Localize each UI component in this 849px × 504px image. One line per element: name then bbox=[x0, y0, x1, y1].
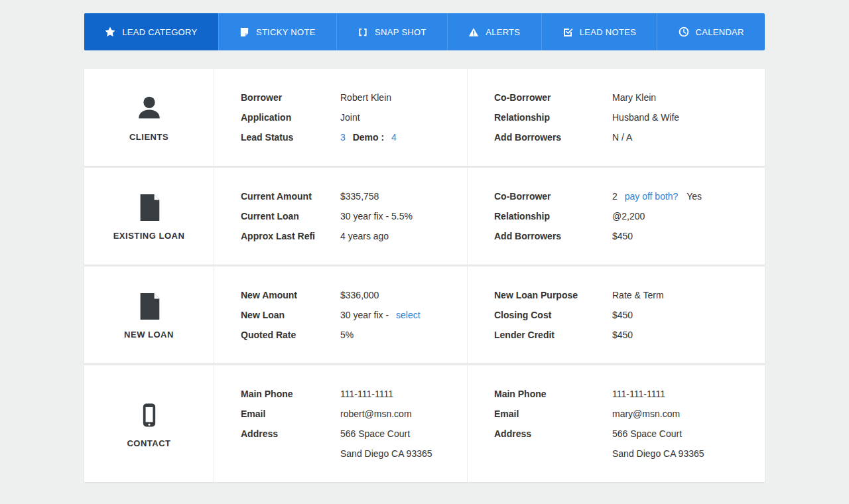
existing-loan-left-column: Current Amount $335,758 Current Loan 30 … bbox=[214, 168, 468, 265]
field-label: Lender Credit bbox=[494, 330, 612, 340]
clients-icon-column: CLIENTS bbox=[84, 69, 214, 166]
field-label: Application bbox=[241, 112, 340, 123]
contact-icon-column: CONTACT bbox=[84, 365, 214, 482]
field-label: Relationship bbox=[494, 211, 612, 221]
field-label: Quoted Rate bbox=[241, 330, 340, 340]
field-label: Address bbox=[241, 428, 340, 439]
tab-calendar[interactable]: CALENDAR bbox=[657, 13, 765, 50]
contact-left-column: Main Phone 111-111-1111 Email robert@msn… bbox=[214, 365, 468, 482]
field-row: Email robert@msn.com bbox=[241, 404, 467, 424]
tab-alerts[interactable]: ALERTS bbox=[447, 13, 541, 50]
field-value: 111-111-1111 bbox=[612, 389, 665, 399]
contact-right-column: Main Phone 111-111-1111 Email mary@msn.c… bbox=[468, 365, 765, 482]
field-value: 5% bbox=[340, 330, 354, 340]
field-row: Relationship Husband & Wife bbox=[494, 107, 765, 127]
coborrower-count: 2 bbox=[612, 191, 618, 202]
field-label: Email bbox=[241, 409, 340, 419]
field-value: 111-111-1111 bbox=[340, 389, 393, 399]
tab-sticky-note[interactable]: STICKY NOTE bbox=[218, 13, 336, 50]
field-value: 566 Space Court bbox=[612, 428, 682, 439]
field-value: Mary Klein bbox=[612, 92, 656, 103]
field-label: Current Amount bbox=[241, 191, 340, 202]
field-row: Add Borrowers N / A bbox=[494, 127, 765, 147]
person-icon bbox=[134, 94, 164, 124]
alert-triangle-icon bbox=[468, 27, 479, 37]
field-row: Relationship @2,200 bbox=[494, 206, 765, 226]
field-row: Address 566 Space Court bbox=[241, 424, 467, 444]
field-value: Robert Klein bbox=[340, 92, 391, 103]
existing-loan-icon-column: EXISTING LOAN bbox=[84, 168, 214, 265]
tab-lead-notes[interactable]: LEAD NOTES bbox=[541, 13, 657, 50]
star-icon bbox=[105, 27, 115, 37]
new-loan-term: 30 year fix - bbox=[340, 310, 389, 320]
existing-loan-right-column: Co-Borrower 2 pay off both? Yes Relation… bbox=[468, 168, 765, 265]
new-loan-right-column: New Loan Purpose Rate & Term Closing Cos… bbox=[468, 267, 765, 363]
field-row: Lead Status 3 Demo : 4 bbox=[241, 127, 467, 147]
snapshot-brackets-icon bbox=[358, 27, 368, 37]
field-value: Sand Diego CA 93365 bbox=[612, 448, 704, 459]
clients-left-column: Borrower Robert Klein Application Joint … bbox=[214, 69, 468, 166]
document-icon bbox=[135, 192, 163, 223]
field-label: Address bbox=[494, 428, 612, 439]
pay-off-both-link[interactable]: pay off both? bbox=[625, 191, 679, 202]
demo-count-link[interactable]: 4 bbox=[391, 132, 397, 143]
field-value: @2,200 bbox=[612, 211, 645, 221]
section-new-loan: NEW LOAN New Amount $336,000 New Loan 30… bbox=[84, 267, 765, 363]
section-contact: CONTACT Main Phone 111-111-1111 Email ro… bbox=[84, 365, 765, 482]
lead-status-count-link[interactable]: 3 bbox=[340, 132, 346, 143]
field-label: Add Borrowers bbox=[494, 231, 612, 241]
field-label: Relationship bbox=[494, 112, 612, 123]
clients-right-column: Co-Borrower Mary Klein Relationship Husb… bbox=[468, 69, 765, 166]
field-value: $336,000 bbox=[340, 290, 379, 300]
field-row: Borrower Robert Klein bbox=[241, 88, 467, 107]
field-row: New Amount $336,000 bbox=[241, 285, 467, 305]
field-label: New Loan Purpose bbox=[494, 290, 612, 300]
new-loan-icon-column: NEW LOAN bbox=[84, 267, 214, 363]
field-value: Rate & Term bbox=[612, 290, 664, 300]
field-value: N / A bbox=[612, 132, 632, 143]
select-loan-link[interactable]: select bbox=[396, 310, 421, 320]
field-label: Lead Status bbox=[241, 132, 340, 143]
field-row: Approx Last Refi 4 years ago bbox=[241, 226, 467, 246]
field-row: Add Borrowers $450 bbox=[494, 226, 765, 246]
tab-label: CALENDAR bbox=[696, 27, 744, 37]
field-value: 3 Demo : 4 bbox=[340, 132, 397, 143]
field-label: Co-Borrower bbox=[494, 92, 612, 103]
lead-detail-card: CLIENTS Borrower Robert Klein Applicatio… bbox=[84, 69, 765, 497]
field-label: Co-Borrower bbox=[494, 191, 612, 202]
field-row: Address 566 Space Court bbox=[494, 424, 765, 444]
field-row: Sand Diego CA 93365 bbox=[241, 444, 467, 464]
field-label: Main Phone bbox=[241, 389, 340, 399]
field-value: $450 bbox=[612, 231, 633, 241]
field-label: Closing Cost bbox=[494, 310, 612, 320]
field-value: mary@msn.com bbox=[612, 409, 680, 419]
field-row: Lender Credit $450 bbox=[494, 325, 765, 345]
lead-notes-icon bbox=[562, 27, 573, 37]
field-value: 566 Space Court bbox=[340, 428, 410, 439]
field-label: Approx Last Refi bbox=[241, 231, 340, 241]
field-row: Main Phone 111-111-1111 bbox=[494, 384, 765, 404]
field-label: New Loan bbox=[241, 310, 340, 320]
document-icon bbox=[135, 291, 163, 322]
field-label: Borrower bbox=[241, 92, 340, 103]
tab-bar: LEAD CATEGORY STICKY NOTE SNAP SHOT ALER… bbox=[84, 13, 765, 50]
field-label: Add Borrowers bbox=[494, 132, 612, 143]
field-row: New Loan 30 year fix - select bbox=[241, 305, 467, 325]
field-row: Email mary@msn.com bbox=[494, 404, 765, 424]
field-value: Joint bbox=[340, 112, 360, 123]
field-row: Current Amount $335,758 bbox=[241, 186, 467, 206]
tab-label: SNAP SHOT bbox=[375, 27, 426, 37]
tab-label: ALERTS bbox=[486, 27, 520, 37]
tab-label: LEAD CATEGORY bbox=[122, 27, 197, 37]
field-label: Current Loan bbox=[241, 211, 340, 221]
clock-icon bbox=[679, 27, 689, 37]
tab-label: STICKY NOTE bbox=[256, 27, 316, 37]
tab-snap-shot[interactable]: SNAP SHOT bbox=[336, 13, 447, 50]
field-value: $450 bbox=[612, 310, 633, 320]
tab-lead-category[interactable]: LEAD CATEGORY bbox=[84, 13, 218, 50]
phone-icon bbox=[136, 400, 163, 430]
field-row: Co-Borrower Mary Klein bbox=[494, 88, 765, 107]
section-title: EXISTING LOAN bbox=[113, 231, 185, 241]
field-value: 30 year fix - 5.5% bbox=[340, 211, 413, 221]
section-title: NEW LOAN bbox=[124, 330, 174, 340]
